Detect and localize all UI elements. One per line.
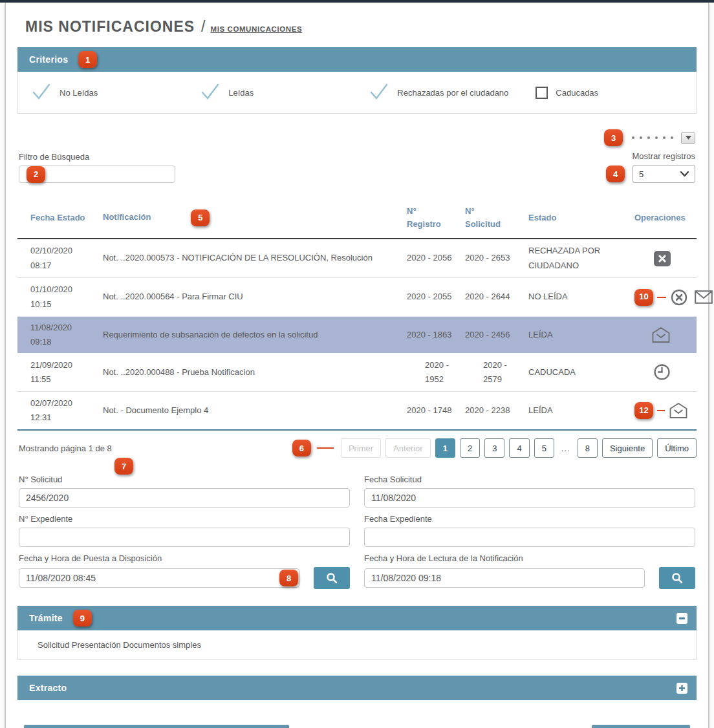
table-row[interactable]: 21/09/2020 11:55 Not. ..2020.000488 - Pr… (17, 353, 697, 392)
callout-8: 8 (279, 570, 298, 586)
checkbox-rechazadas[interactable]: Rechazadas por el ciudadano (369, 83, 508, 103)
col-header-fecha-estado[interactable]: Fecha Estado (17, 213, 90, 222)
callout-2: 2 (27, 166, 45, 183)
fecha-solicitud-field[interactable] (364, 488, 695, 508)
table-header-row: Fecha Estado Notificación5 N° Registro N… (17, 201, 697, 239)
page-title: MIS NOTIFICACIONES (25, 18, 195, 36)
filter-label: Filtro de Búsqueda (19, 152, 175, 162)
tramite-panel-header[interactable]: Trámite 9 (17, 606, 697, 630)
col-header-registro[interactable]: N° Registro (394, 205, 453, 230)
envelope-closed-icon[interactable] (695, 290, 713, 304)
puesta-disposicion-label: Fecha y Hora de Puesta a Disposición (19, 553, 350, 563)
search-icon (326, 572, 338, 584)
envelope-open-icon[interactable] (651, 327, 671, 343)
callout-1: 1 (78, 51, 97, 68)
extracto-panel: Extracto (17, 676, 697, 700)
page-card: MIS NOTIFICACIONES / MIS COMUNICACIONES … (5, 3, 709, 728)
tramite-panel: Trámite 9 Solicitud Presentación Documen… (17, 606, 697, 660)
pager-page-5[interactable]: 5 (534, 438, 554, 458)
notifications-table: Fecha Estado Notificación5 N° Registro N… (17, 201, 697, 431)
mis-comunicaciones-link[interactable]: MIS COMUNICACIONES (210, 25, 302, 33)
tramite-content: Solicitud Presentación Documentos simple… (38, 640, 201, 650)
circle-x-icon[interactable] (670, 288, 688, 306)
puesta-disposicion-field[interactable] (19, 568, 299, 588)
search-lectura-button[interactable] (659, 567, 695, 589)
lectura-field[interactable] (364, 568, 645, 588)
expediente-label: N° Expediente (19, 514, 350, 524)
pager-last-button[interactable]: Último (657, 438, 697, 458)
callout-connector (657, 410, 665, 411)
breadcrumb-separator: / (201, 18, 205, 36)
pager-page-4[interactable]: 4 (509, 438, 529, 458)
condiciones-button[interactable]: CONDICIONES DE UTILIZACIÓN DEL SERVICIO (24, 725, 289, 728)
expediente-field[interactable] (19, 528, 350, 547)
criterios-panel-header: Criterios 1 (17, 47, 697, 72)
pager-ellipsis: ... (561, 444, 570, 453)
fecha-expediente-field[interactable] (364, 528, 695, 547)
table-row[interactable]: 02/07/2020 12:31 Not. - Documento Ejempl… (17, 392, 697, 431)
select-value: 5 (639, 169, 644, 179)
callout-5: 5 (191, 209, 210, 226)
callout-connector (657, 297, 666, 298)
pager-page-8[interactable]: 8 (578, 438, 598, 458)
breadcrumb: MIS NOTIFICACIONES / MIS COMUNICACIONES (25, 18, 697, 36)
filter-block: Filtro de Búsqueda 2 (19, 152, 175, 183)
status-badge: NO LEÍDA (518, 290, 622, 304)
page-summary: Mostrando página 1 de 8 (17, 444, 112, 453)
checkbox-label: Leídas (228, 88, 254, 98)
clock-icon[interactable] (653, 363, 671, 381)
table-row[interactable]: 01/10/2020 10:15 Not. ..2020.000564 - Pa… (17, 278, 697, 317)
criterios-title: Criterios (29, 54, 68, 65)
callout-7: 7 (114, 458, 133, 475)
envelope-open-icon[interactable] (669, 402, 688, 419)
status-badge: LEÍDA (518, 328, 622, 342)
pager-first-button[interactable]: Primer (341, 438, 381, 458)
col-header-operaciones: Operaciones (622, 213, 711, 222)
mostrar-registros-select[interactable]: 5 (633, 165, 695, 183)
checkbox-leidas[interactable]: Leídas (200, 83, 254, 103)
pagination-row: Mostrando página 1 de 8 6 Primer Anterio… (17, 438, 697, 458)
checkbox-caducadas[interactable]: Caducadas (536, 87, 598, 99)
callout-3: 3 (604, 129, 623, 146)
lectura-label: Fecha y Hora de Lectura de la Notificaci… (364, 553, 695, 563)
pager-next-button[interactable]: Siguiente (602, 438, 653, 458)
checkbox-no-leidas[interactable]: No Leídas (31, 83, 98, 103)
check-icon (369, 83, 389, 103)
rejected-x-square-icon[interactable] (654, 251, 671, 266)
mostrar-registros-label: Mostrar registros (632, 151, 695, 161)
fecha-solicitud-label: Fecha Solicitud (364, 475, 695, 484)
search-puesta-disposicion-button[interactable] (314, 567, 350, 589)
status-badge: RECHAZADA POR CIUDADANO (518, 244, 622, 272)
table-row-selected[interactable]: 11/08/2020 09:18 Requerimiento de subsan… (17, 317, 697, 353)
callout-9: 9 (73, 610, 92, 626)
callout-6: 6 (292, 440, 311, 456)
solicitud-label: N° Solicitud (19, 475, 350, 484)
mostrar-block: 3 Mostrar registros 4 5 (604, 129, 695, 183)
pager: 6 Primer Anterior 1 2 3 4 5 ... 8 Siguie… (292, 438, 697, 458)
pager-page-1[interactable]: 1 (435, 438, 455, 458)
col-header-estado[interactable]: Estado (518, 213, 622, 222)
pager-page-2[interactable]: 2 (460, 438, 480, 458)
callout-4: 4 (606, 166, 625, 182)
pager-prev-button[interactable]: Anterior (385, 438, 431, 458)
volver-button[interactable]: VOLVER (592, 725, 690, 728)
columns-dropdown-button[interactable] (681, 132, 695, 144)
callout-10: 10 (634, 289, 653, 306)
column-dots-icon (632, 136, 673, 139)
chevron-down-icon (680, 171, 689, 177)
criterios-panel-body: No Leídas Leídas Rechazadas por el ciuda… (17, 72, 697, 114)
col-header-notificacion[interactable]: Notificación5 (90, 209, 394, 226)
tramite-panel-body: Solicitud Presentación Documentos simple… (17, 630, 697, 660)
search-icon (671, 572, 683, 584)
col-header-solicitud[interactable]: N° Solicitud (453, 205, 518, 230)
table-row[interactable]: 02/10/2020 08:17 Not. ..2020.000573 - NO… (17, 239, 697, 278)
extracto-panel-header[interactable]: Extracto (17, 676, 697, 700)
expand-plus-icon[interactable] (676, 683, 687, 694)
footer-actions: CONDICIONES DE UTILIZACIÓN DEL SERVICIO … (17, 725, 697, 728)
solicitud-field[interactable] (19, 488, 350, 508)
check-icon (31, 83, 52, 103)
checkbox-unchecked-icon (536, 87, 548, 99)
callout-12: 12 (634, 402, 653, 419)
collapse-minus-icon[interactable] (676, 613, 687, 624)
pager-page-3[interactable]: 3 (484, 438, 504, 458)
